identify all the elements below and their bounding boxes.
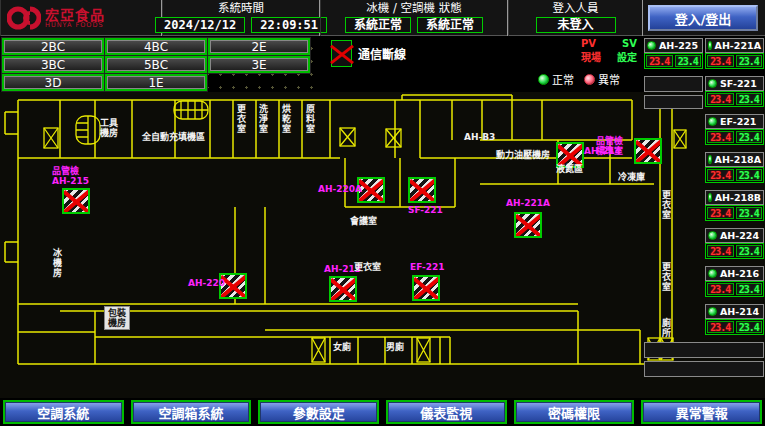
unit-title[interactable]: AH-216: [705, 266, 764, 281]
sv-value: 23.4: [736, 55, 763, 67]
empty-panel: [644, 95, 703, 109]
comm-offline-marker-AH-218[interactable]: [634, 138, 662, 164]
plan-label: AH-220: [188, 278, 225, 288]
plan-label: 會議室: [350, 216, 377, 226]
pv-desc-label: 現場: [581, 51, 601, 65]
unit-SF-221: SF-22123.423.4: [705, 76, 764, 107]
login-user-label: 登入人員: [509, 0, 642, 16]
floor-button-4BC[interactable]: 4BC: [105, 38, 207, 55]
plan-label: 男廁: [386, 342, 404, 352]
plan-label: 包裝 機房: [104, 306, 130, 330]
sv-value: 23.4: [736, 169, 763, 181]
pv-value: 23.4: [707, 245, 734, 257]
sv-value: 23.4: [736, 207, 763, 219]
floor-button-1E[interactable]: 1E: [105, 74, 207, 91]
sv-desc-label: 設定: [617, 51, 637, 65]
pv-value: 23.4: [707, 321, 734, 333]
unit-name-label: AH-214: [720, 306, 759, 317]
unit-title[interactable]: AH-224: [705, 228, 764, 243]
toolbar-button-儀表監視[interactable]: 儀表監視: [386, 400, 507, 424]
unit-values: 23.423.4: [644, 53, 703, 69]
unit-EF-221: EF-22123.423.4: [705, 114, 764, 145]
unit-name-label: AH-218B: [715, 192, 761, 203]
sv-label: SV: [622, 37, 637, 51]
plan-label: 工具 機房: [100, 118, 118, 138]
unit-title[interactable]: AH-218B: [705, 190, 764, 205]
unit-name-label: AH-218A: [715, 154, 761, 165]
unit-name-label: AH-224: [720, 230, 759, 241]
machine-status-label: 冰機 / 空調機 狀態: [321, 0, 507, 16]
plan-label: SF-221: [408, 205, 443, 215]
plan-label: 烘乾室: [281, 104, 291, 134]
unit-values: 23.423.4: [705, 243, 764, 259]
system-time-label: 系統時間: [163, 0, 319, 16]
plan-label: 動力油壓機房: [496, 150, 550, 160]
unit-values: 23.423.4: [705, 281, 764, 297]
header-bar: 宏亞食品 HUNYA FOODS 系統時間 2024/12/12 22:09:5…: [0, 0, 765, 36]
floor-button-2BC[interactable]: 2BC: [2, 38, 104, 55]
toolbar-button-異常警報[interactable]: 異常警報: [641, 400, 762, 424]
comm-offline-marker-AH-213[interactable]: [329, 276, 357, 302]
equipment-column-right: AH-221A23.423.4SF-22123.423.4EF-22123.42…: [705, 38, 764, 342]
unit-name-label: EF-221: [720, 116, 756, 127]
status-led-icon: [708, 193, 712, 202]
status-led-icon: [708, 41, 712, 50]
plan-label: AH-220A: [318, 184, 362, 194]
plan-label: 更衣室: [661, 262, 671, 292]
status-led-icon: [647, 41, 656, 50]
status-led-icon: [708, 79, 717, 88]
unit-title[interactable]: AH-218A: [705, 152, 764, 167]
unit-AH-214: AH-21423.423.4: [705, 304, 764, 335]
door-icon: [417, 338, 430, 362]
comm-offline-legend: 通信斷線: [331, 40, 406, 67]
empty-panel: [644, 342, 764, 358]
status-legend: 正常 異常: [538, 71, 620, 87]
plan-label: 全自動充填機區: [142, 132, 205, 142]
unit-title[interactable]: SF-221: [705, 76, 764, 91]
status-led-icon: [708, 307, 717, 316]
comm-offline-marker-AH-215[interactable]: [62, 188, 90, 214]
unit-title[interactable]: AH-221A: [705, 38, 764, 53]
floor-button-2E[interactable]: 2E: [208, 38, 310, 55]
toolbar-button-參數設定[interactable]: 參數設定: [258, 400, 379, 424]
comm-offline-label: 通信斷線: [358, 45, 406, 62]
plan-label: 冷凍庫: [618, 172, 645, 182]
unit-name-label: SF-221: [720, 78, 757, 89]
stairs-icon: [174, 101, 208, 119]
status-led-icon: [708, 155, 712, 164]
unit-values: 23.423.4: [705, 91, 764, 107]
stairs-icon: [76, 116, 100, 144]
sv-value: 23.4: [736, 321, 763, 333]
comm-offline-marker-EF-221[interactable]: [412, 275, 440, 301]
status-led-icon: [708, 117, 717, 126]
door-icon: [44, 128, 58, 148]
floor-button-3BC[interactable]: 3BC: [2, 56, 104, 73]
unit-title[interactable]: EF-221: [705, 114, 764, 129]
plan-label: EF-221: [410, 262, 445, 272]
pv-value: 23.4: [707, 131, 734, 143]
unit-values: 23.423.4: [705, 129, 764, 145]
pv-value: 23.4: [707, 55, 734, 67]
toolbar-button-空調系統[interactable]: 空調系統: [3, 400, 124, 424]
floor-button-3E[interactable]: 3E: [208, 56, 310, 73]
unit-name-label: AH-221A: [715, 40, 761, 51]
system-date: 2024/12/12: [155, 17, 245, 33]
unit-title[interactable]: AH-214: [705, 304, 764, 319]
plan-label: 更衣室: [354, 262, 381, 272]
unit-values: 23.423.4: [705, 319, 764, 335]
toolbar-button-密碼權限[interactable]: 密碼權限: [514, 400, 635, 424]
plan-label: 品管檢 標準室: [596, 136, 623, 156]
brand-name-en: HUNYA FOODS: [45, 22, 105, 29]
floor-button-5BC[interactable]: 5BC: [105, 56, 207, 73]
unit-values: 23.423.4: [705, 53, 764, 69]
brand-name: 宏亞食品: [45, 8, 105, 22]
comm-offline-marker-SF-221[interactable]: [408, 177, 436, 203]
floor-button-3D[interactable]: 3D: [2, 74, 104, 91]
door-icon: [312, 338, 325, 362]
login-logout-button[interactable]: 登入/登出: [648, 5, 758, 31]
toolbar-button-空調箱系統[interactable]: 空調箱系統: [131, 400, 252, 424]
pv-value: 23.4: [707, 93, 734, 105]
comm-offline-marker-AH-221A[interactable]: [514, 212, 542, 238]
unit-title[interactable]: AH-225: [644, 38, 703, 53]
logo-icon: [7, 3, 41, 33]
